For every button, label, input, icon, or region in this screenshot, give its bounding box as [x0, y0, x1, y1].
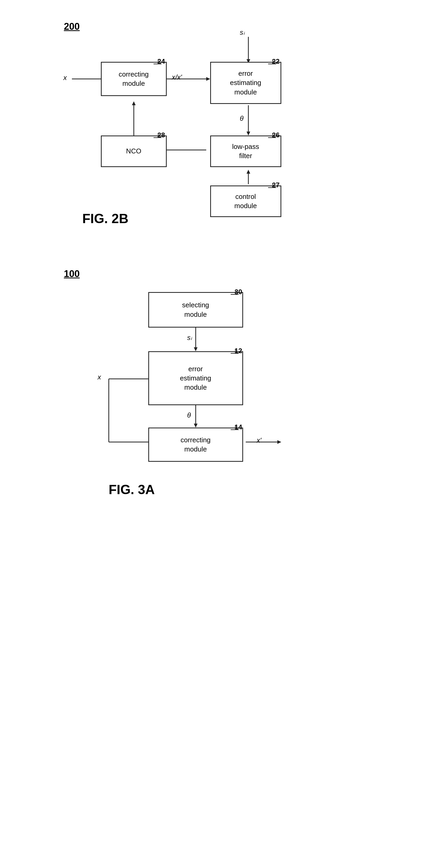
ref14-tick [231, 425, 241, 430]
sig-si: sᵢ [240, 28, 245, 37]
ref24-tick [153, 59, 164, 64]
selecting-module-box: selectingmodule [148, 292, 243, 328]
fig2b-section: 200 correctingmo [56, 21, 372, 226]
correcting-module-box: correctingmodule [101, 62, 167, 96]
nco-box: NCO [101, 135, 167, 167]
sig-theta2: θ [187, 411, 191, 420]
svg-marker-29 [194, 424, 198, 428]
page: 200 correctingmo [0, 0, 428, 531]
sig-x-out: x/x' [172, 73, 182, 81]
correcting-module-box2: correctingmodule [148, 428, 243, 462]
svg-marker-11 [132, 101, 136, 105]
sig-si2: sᵢ [187, 334, 192, 342]
lpf-box: low-passfilter [210, 135, 281, 167]
sig-x-in: x [63, 74, 67, 82]
fig3a-title: 100 [64, 268, 80, 279]
sig-theta: θ [240, 115, 244, 123]
svg-marker-13 [247, 170, 250, 174]
svg-marker-7 [247, 131, 250, 135]
error-estimating-module-box2: errorestimatingmodule [148, 351, 243, 405]
fig3a-section: 100 selectingmodule 30 [56, 268, 372, 500]
ref22-tick [268, 59, 279, 64]
fig2b-title: 200 [64, 21, 80, 32]
ref30-tick [231, 290, 241, 295]
svg-marker-34 [277, 440, 281, 444]
ref27-tick [268, 183, 279, 188]
svg-marker-3 [206, 77, 210, 81]
control-module-box: controlmodule [210, 185, 281, 217]
fig2b-label: FIG. 2B [82, 211, 129, 226]
error-estimating-module-box: errorestimatingmodule [210, 62, 281, 104]
sig-x-in2: x [98, 373, 101, 381]
ref12-tick [231, 349, 241, 354]
ref26-tick [268, 133, 279, 138]
sig-x-out2: x' [257, 436, 261, 444]
svg-marker-25 [194, 347, 198, 351]
ref28-tick [153, 133, 164, 138]
fig3a-label: FIG. 3A [109, 482, 155, 497]
